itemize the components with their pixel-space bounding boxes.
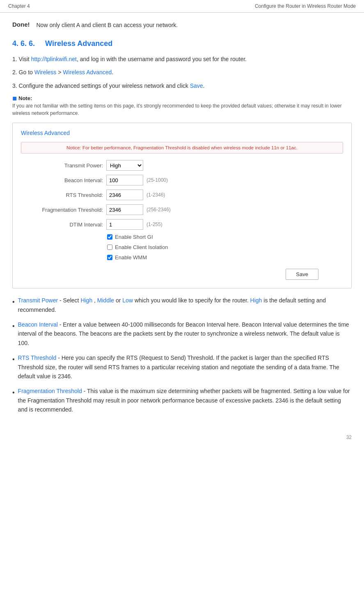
bullet-content-beacon-interval: Beacon Interval - Enter a value between … [18, 320, 352, 348]
bullet-item-fragmentation-threshold: • Fragmentation Threshold - This value i… [12, 386, 352, 414]
note-title: ◼ Note: [12, 95, 352, 101]
highlight-high-2: High [250, 297, 262, 304]
bullet-item-transmit-power: • Transmit Power - Select High , Middle … [12, 296, 352, 314]
section-title: Wireless Advanced [45, 39, 112, 48]
bullet-item-rts-threshold: • RTS Threshold - Here you can specify t… [12, 353, 352, 381]
note-icon: ◼ [12, 95, 17, 101]
bullet-dot-3: • [12, 354, 15, 365]
dtim-interval-label: DTIM Interval: [29, 222, 103, 228]
enable-wmm-checkbox[interactable] [107, 255, 112, 260]
chapter-label: Chapter 4 [8, 3, 30, 9]
bullet-content-fragmentation-threshold: Fragmentation Threshold - This value is … [18, 386, 352, 414]
fragmentation-threshold-label: Fragmentation Threshold: [29, 207, 103, 213]
chapter-title: Configure the Router in Wireless Router … [255, 3, 356, 9]
enable-client-isolation-checkbox[interactable] [107, 245, 112, 250]
beacon-interval-hint: (25-1000) [147, 177, 168, 183]
page-number: 32 [0, 430, 364, 444]
term-beacon-interval: Beacon Interval [18, 321, 58, 328]
wa-panel-title: Wireless Advanced [21, 130, 343, 136]
done-label: Done! [12, 21, 30, 28]
bullet-content-transmit-power: Transmit Power - Select High , Middle or… [18, 296, 352, 314]
enable-wmm-label: Enable WMM [115, 254, 147, 261]
wa-save-button[interactable]: Save [286, 269, 318, 280]
rts-threshold-label: RTS Threshold: [29, 192, 103, 198]
wa-row-rts-threshold: RTS Threshold: (1-2346) [29, 190, 335, 200]
done-section: Done! Now only client A and client B can… [12, 21, 352, 30]
wa-notice: Notice: For better performance, Fragment… [21, 142, 343, 153]
section-heading: 4. 6. 6. Wireless Advanced [12, 39, 352, 48]
beacon-interval-input[interactable] [106, 175, 143, 185]
enable-short-gi-label: Enable Short GI [115, 234, 153, 240]
term-fragmentation-threshold: Fragmentation Threshold [18, 388, 82, 394]
dtim-interval-input[interactable] [106, 219, 143, 230]
fragmentation-threshold-hint: (256-2346) [147, 207, 171, 213]
highlight-high: High [80, 297, 92, 304]
bullet-dot: • [12, 297, 15, 307]
wa-row-dtim-interval: DTIM Interval: (1-255) [29, 219, 335, 230]
wa-checkbox-wmm: Enable WMM [29, 254, 335, 261]
page-header: Chapter 4 Configure the Router in Wirele… [0, 0, 364, 13]
wa-form: Transmit Power: High Middle Low Beacon I… [21, 160, 343, 280]
note-section: ◼ Note: If you are not familiar with the… [12, 95, 352, 117]
term-rts-threshold: RTS Threshold [18, 354, 57, 361]
page-content: Done! Now only client A and client B can… [0, 13, 364, 430]
wa-checkbox-short-gi: Enable Short GI [29, 234, 335, 240]
bullet-item-beacon-interval: • Beacon Interval - Enter a value betwee… [12, 320, 352, 348]
highlight-low: Low [122, 297, 133, 304]
save-link: Save [190, 82, 203, 89]
beacon-interval-label: Beacon Interval: [29, 177, 103, 183]
bullet-dot-2: • [12, 321, 15, 332]
step-2: 2. Go to Wireless > Wireless Advanced. [12, 68, 352, 77]
wa-row-transmit-power: Transmit Power: High Middle Low [29, 160, 335, 171]
wa-checkbox-client-isolation: Enable Client Isolation [29, 244, 335, 250]
tplinkwifi-link[interactable]: http://tplinkwifi.net [31, 56, 77, 62]
wireless-advanced-panel: Wireless Advanced Notice: For better per… [12, 123, 352, 288]
bullet-list: • Transmit Power - Select High , Middle … [12, 296, 352, 414]
enable-client-isolation-label: Enable Client Isolation [115, 244, 168, 250]
highlight-middle: Middle [97, 297, 114, 304]
section-number: 4. 6. 6. [12, 39, 35, 48]
enable-short-gi-checkbox[interactable] [107, 234, 112, 240]
bullet-content-rts-threshold: RTS Threshold - Here you can specify the… [18, 353, 352, 381]
note-text: If you are not familiar with the setting… [12, 102, 352, 117]
wa-row-fragmentation-threshold: Fragmentation Threshold: (256-2346) [29, 204, 335, 215]
fragmentation-threshold-input[interactable] [106, 204, 143, 215]
note-label: Note: [18, 95, 32, 101]
step-3: 3. Configure the advanced settings of yo… [12, 81, 352, 90]
transmit-power-label: Transmit Power: [29, 162, 103, 169]
wireless-advanced-link: Wireless Advanced [63, 69, 112, 75]
rts-threshold-hint: (1-2346) [147, 192, 165, 198]
dtim-interval-hint: (1-255) [147, 222, 163, 227]
wa-save-row: Save [29, 269, 335, 280]
wireless-link: Wireless [34, 69, 57, 75]
bullet-dot-4: • [12, 387, 15, 398]
transmit-power-select[interactable]: High Middle Low [106, 160, 143, 171]
done-text: Now only client A and client B can acces… [37, 21, 178, 30]
step-1: 1. Visit http://tplinkwifi.net, and log … [12, 55, 352, 64]
term-transmit-power: Transmit Power [18, 297, 58, 304]
wa-row-beacon-interval: Beacon Interval: (25-1000) [29, 175, 335, 185]
rts-threshold-input[interactable] [106, 190, 143, 200]
